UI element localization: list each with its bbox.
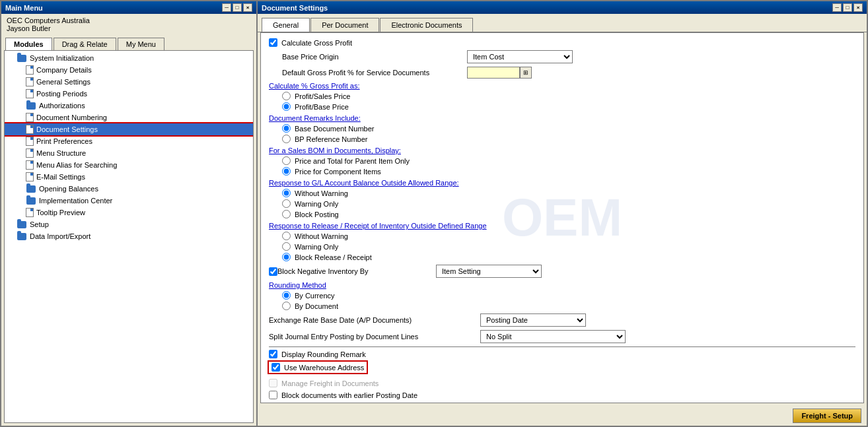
inv-without-warning-radio[interactable] [282, 232, 291, 240]
price-total-parent-label: Price and Total for Parent Item Only [295, 157, 410, 165]
sidebar-item-menu-structure[interactable]: Menu Structure [5, 147, 253, 159]
price-component-items-radio[interactable] [282, 167, 291, 176]
tab-general[interactable]: General [262, 18, 310, 32]
sidebar-item-posting-periods[interactable]: Posting Periods [5, 88, 253, 100]
block-documents-checkbox[interactable] [269, 391, 277, 399]
display-rounding-remark-row: Display Rounding Remark [269, 350, 855, 358]
sidebar-item-label: Menu Structure [36, 149, 86, 157]
sidebar-item-document-settings[interactable]: Document Settings [5, 123, 253, 135]
calculate-gross-profit-as-label[interactable]: Calculate % Gross Profit as: [269, 82, 855, 90]
by-document-radio[interactable] [282, 302, 291, 310]
tab-per-document[interactable]: Per Document [310, 18, 379, 32]
price-total-parent-row: Price and Total for Parent Item Only [282, 156, 855, 165]
base-price-origin-select[interactable]: Item Cost Last Purchase Price Standard P… [467, 50, 573, 63]
sidebar-item-document-numbering[interactable]: Document Numbering [5, 112, 253, 123]
bp-reference-number-row: BP Reference Number [282, 135, 855, 143]
response-gl-account-label[interactable]: Response to G/L Account Balance Outside … [269, 179, 855, 187]
sidebar-item-system-initialization[interactable]: System Initialization [5, 52, 253, 64]
sidebar-item-general-settings[interactable]: General Settings [5, 76, 253, 88]
manage-freight-checkbox[interactable] [269, 379, 277, 387]
base-price-origin-row: Base Price Origin Item Cost Last Purchas… [282, 50, 855, 63]
price-component-items-label: Price for Component Items [295, 168, 381, 176]
block-documents-label: Block documents with earlier Posting Dat… [281, 391, 417, 399]
price-component-items-row: Price for Component Items [282, 167, 855, 176]
tab-modules[interactable]: Modules [5, 38, 52, 50]
inv-block-release-radio[interactable] [282, 253, 291, 261]
gl-block-posting-label: Block Posting [295, 211, 339, 218]
sidebar-item-tooltip-preview[interactable]: Tooltip Preview [5, 207, 253, 218]
inv-warning-only-radio[interactable] [282, 242, 291, 251]
sales-bom-label[interactable]: For a Sales BOM in Documents, Display: [269, 147, 855, 154]
doc-icon [26, 172, 34, 181]
sidebar-item-setup[interactable]: Setup [5, 218, 253, 230]
doc-settings-titlebar: Document Settings ─ □ × [258, 1, 867, 14]
folder-icon [26, 196, 36, 205]
inv-warning-only-label: Warning Only [295, 243, 338, 251]
by-currency-label: By Currency [295, 292, 335, 300]
tab-electronic-documents[interactable]: Electronic Documents [380, 18, 473, 32]
tab-drag-relate[interactable]: Drag & Relate [54, 38, 116, 50]
doc-tab-bar: General Per Document Electronic Document… [258, 14, 867, 32]
calc-button[interactable]: ⊞ [520, 67, 532, 79]
gl-warning-only-label: Warning Only [295, 200, 338, 208]
folder-icon [17, 53, 27, 63]
doc-settings-title: Document Settings [262, 4, 328, 12]
profit-sales-price-row: Profit/Sales Price [282, 92, 855, 100]
display-rounding-remark-label: Display Rounding Remark [281, 350, 366, 358]
calculate-gross-profit-checkbox[interactable] [269, 38, 277, 47]
block-negative-inventory-select[interactable]: Item Setting Warehouse None [436, 265, 542, 278]
sidebar-item-email-settings[interactable]: E-Mail Settings [5, 171, 253, 183]
bp-reference-number-label: BP Reference Number [295, 135, 367, 143]
sidebar-item-opening-balances[interactable]: Opening Balances [5, 183, 253, 195]
base-document-number-radio[interactable] [282, 124, 291, 133]
by-currency-row: By Currency [282, 291, 855, 300]
block-documents-row: Block documents with earlier Posting Dat… [269, 391, 855, 399]
folder-icon [26, 101, 36, 110]
sidebar-item-label: Print Preferences [36, 137, 92, 145]
gl-warning-only-radio[interactable] [282, 199, 291, 208]
document-remarks-include-label[interactable]: Document Remarks Include: [269, 114, 855, 122]
block-negative-inventory-checkbox[interactable] [269, 267, 277, 276]
doc-icon [26, 113, 34, 122]
sidebar-item-data-import-export[interactable]: Data Import/Export [5, 230, 253, 242]
sidebar-item-menu-alias[interactable]: Menu Alias for Searching [5, 159, 253, 171]
sidebar-item-authorizations[interactable]: Authorizations [5, 100, 253, 112]
tab-my-menu[interactable]: My Menu [118, 38, 164, 50]
freight-setup-button[interactable]: Freight - Setup [793, 409, 861, 423]
doc-settings-restore-button[interactable]: □ [843, 3, 852, 12]
profit-base-price-radio[interactable] [282, 102, 291, 111]
default-gross-profit-input[interactable] [467, 67, 520, 79]
split-journal-entry-select[interactable]: No Split Split by Item Split by Document [480, 330, 626, 343]
sidebar-item-company-details[interactable]: Company Details [5, 64, 253, 76]
display-rounding-remark-checkbox[interactable] [269, 350, 277, 358]
doc-settings-close-button[interactable]: × [853, 3, 863, 12]
bp-reference-number-radio[interactable] [282, 135, 291, 143]
rounding-method-label[interactable]: Rounding Method [269, 281, 855, 289]
without-warning-row: Without Warning [282, 189, 855, 197]
exchange-rate-base-date-dropdown: Posting Date Document Date System Date [480, 313, 586, 327]
price-total-parent-radio[interactable] [282, 156, 291, 165]
response-inventory-label[interactable]: Response to Release / Receipt of Invento… [269, 222, 855, 230]
user-name: Jayson Butler [7, 24, 251, 32]
exchange-rate-base-date-select[interactable]: Posting Date Document Date System Date [480, 313, 586, 327]
use-warehouse-address-checkbox[interactable] [271, 363, 280, 372]
gl-without-warning-radio[interactable] [282, 189, 291, 197]
block-negative-inventory-dropdown: Item Setting Warehouse None [436, 265, 542, 278]
sidebar-item-label: Implementation Center [39, 197, 112, 205]
by-currency-radio[interactable] [282, 291, 291, 300]
main-menu-restore-button[interactable]: □ [233, 3, 242, 12]
main-menu-minimize-button[interactable]: ─ [222, 3, 231, 12]
doc-settings-minimize-button[interactable]: ─ [832, 3, 842, 12]
gl-block-posting-radio[interactable] [282, 210, 291, 218]
default-gross-profit-row: Default Gross Profit % for Service Docum… [282, 67, 855, 79]
sidebar-item-implementation-center[interactable]: Implementation Center [5, 195, 253, 207]
main-menu-close-button[interactable]: × [243, 3, 252, 12]
sidebar-item-print-preferences[interactable]: Print Preferences [5, 135, 253, 147]
profit-sales-price-radio[interactable] [282, 92, 291, 100]
response-gl-group: Without Warning Warning Only Block Posti… [282, 189, 855, 218]
base-price-origin-dropdown: Item Cost Last Purchase Price Standard P… [467, 50, 573, 63]
main-menu-panel: Main Menu ─ □ × OEC Computers Australia … [0, 0, 258, 427]
sidebar-item-label: Posting Periods [36, 90, 87, 98]
main-menu-title: Main Menu [5, 4, 43, 12]
folder-icon [26, 184, 36, 193]
